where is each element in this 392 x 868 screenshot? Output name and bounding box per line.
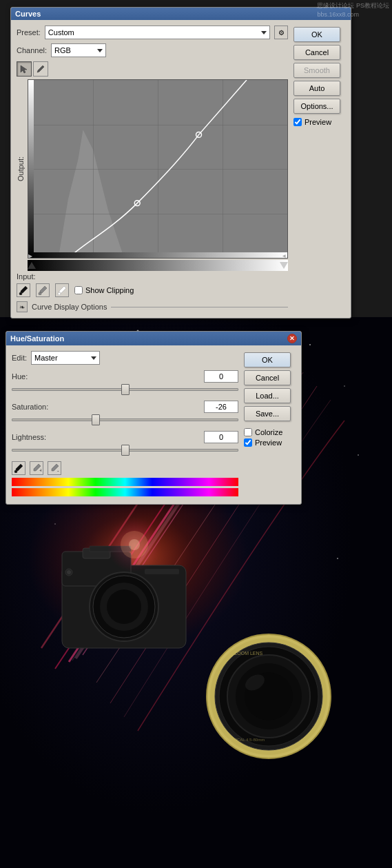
hs-add-eyedropper-btn[interactable]: + xyxy=(30,461,43,475)
svg-point-8 xyxy=(358,454,359,456)
svg-point-42 xyxy=(58,292,61,295)
lightness-slider-thumb[interactable] xyxy=(121,445,130,456)
hue-sat-close-button[interactable]: ✕ xyxy=(287,334,297,343)
svg-point-10 xyxy=(337,558,338,559)
hs-black-eyedropper-btn[interactable] xyxy=(12,461,25,475)
preset-select[interactable]: Custom xyxy=(45,26,270,39)
hue-slider-thumb[interactable] xyxy=(121,384,130,395)
hs-preview-label: Preview xyxy=(255,438,282,447)
watermark: 思缘设计论坛 PS教程论坛 bbs.16xx8.com xyxy=(314,0,392,20)
hue-sat-title: Hue/Saturation xyxy=(10,334,64,343)
bottom-color-strip xyxy=(12,488,238,496)
left-gradient-strip xyxy=(28,80,34,258)
curve-display-label: Curve Display Options xyxy=(32,303,107,311)
top-color-strip xyxy=(12,478,238,486)
hue-value-input[interactable] xyxy=(204,370,238,383)
saturation-slider-track[interactable] xyxy=(12,418,238,421)
svg-point-6 xyxy=(344,385,345,387)
saturation-value-input[interactable] xyxy=(204,401,238,413)
curves-smooth-button[interactable]: Smooth xyxy=(293,63,340,78)
svg-rect-23 xyxy=(145,569,179,574)
hue-sat-cancel-button[interactable]: Cancel xyxy=(244,370,291,385)
output-label: Output: xyxy=(17,79,25,259)
hue-sat-load-button[interactable]: Load... xyxy=(244,388,291,403)
svg-text:ZOOM LENS: ZOOM LENS xyxy=(234,651,263,656)
curves-options-button[interactable]: Options... xyxy=(293,99,340,114)
input-label: Input: xyxy=(17,272,36,281)
colorize-checkbox[interactable] xyxy=(244,428,252,436)
curves-dialog: Curves Preset: Custom ⚙ Channel: RGB xyxy=(10,7,351,319)
svg-point-37 xyxy=(129,539,140,550)
edit-select[interactable]: Master xyxy=(31,351,100,365)
black-eyedropper-btn[interactable] xyxy=(17,283,30,297)
lightness-label: Lightness: xyxy=(12,433,46,441)
corner-arrow-bl: ▶ xyxy=(28,253,32,259)
show-clipping-label: Show Clipping xyxy=(85,286,134,294)
hue-sat-dialog: Hue/Saturation ✕ Edit: Master Hue: xyxy=(6,331,302,505)
curves-ok-button[interactable]: OK xyxy=(293,27,340,42)
corner-arrow-br: ▼ xyxy=(282,254,288,259)
curves-titlebar: Curves xyxy=(11,8,351,20)
saturation-slider-thumb[interactable] xyxy=(92,414,100,425)
svg-point-40 xyxy=(19,292,22,295)
curves-graph[interactable]: ▶ ▼ xyxy=(28,79,288,259)
bottom-gradient-strip xyxy=(28,252,287,258)
svg-point-41 xyxy=(39,292,41,295)
input-white-point[interactable] xyxy=(280,262,288,269)
curves-auto-button[interactable]: Auto xyxy=(293,81,340,96)
input-gradient-slider[interactable] xyxy=(28,260,288,271)
svg-text:+: + xyxy=(39,467,41,473)
curve-line xyxy=(28,80,287,258)
saturation-label: Saturation: xyxy=(12,403,48,411)
gray-eyedropper-btn[interactable] xyxy=(36,283,50,297)
svg-point-20 xyxy=(107,589,141,624)
curves-cancel-button[interactable]: Cancel xyxy=(293,45,340,60)
show-clipping-checkbox[interactable] xyxy=(74,286,83,294)
curve-pen-tool[interactable] xyxy=(33,61,48,77)
lightness-value-input[interactable] xyxy=(204,431,238,443)
channel-select[interactable]: RGB xyxy=(51,43,106,57)
svg-text:-: - xyxy=(57,467,59,473)
expand-curve-display-btn[interactable]: ❧ xyxy=(17,301,28,312)
preset-label: Preset: xyxy=(17,28,41,37)
input-black-point[interactable] xyxy=(28,262,36,269)
colorize-label: Colorize xyxy=(255,428,282,436)
hue-sat-ok-button[interactable]: OK xyxy=(244,352,291,367)
hue-sat-save-button[interactable]: Save... xyxy=(244,406,291,421)
svg-point-43 xyxy=(14,470,17,473)
svg-point-22 xyxy=(67,570,71,574)
edit-label: Edit: xyxy=(12,354,27,362)
white-eyedropper-btn[interactable] xyxy=(55,283,69,297)
curve-pointer-tool[interactable] xyxy=(17,61,32,77)
curves-preview-checkbox[interactable] xyxy=(293,118,302,126)
hue-label: Hue: xyxy=(12,372,28,381)
channel-label: Channel: xyxy=(17,46,47,54)
curves-preview-label: Preview xyxy=(305,118,331,126)
hs-sub-eyedropper-btn[interactable]: - xyxy=(48,461,61,475)
svg-text:OPTICAL 4.5-80mm: OPTICAL 4.5-80mm xyxy=(227,738,265,742)
lightness-slider-track[interactable] xyxy=(12,449,238,452)
curves-title: Curves xyxy=(15,10,41,18)
gear-button[interactable]: ⚙ xyxy=(274,26,288,39)
svg-point-5 xyxy=(309,344,311,345)
hue-sat-titlebar: Hue/Saturation ✕ xyxy=(6,332,301,345)
hue-slider-track[interactable] xyxy=(12,388,238,391)
hs-preview-checkbox[interactable] xyxy=(244,438,252,447)
